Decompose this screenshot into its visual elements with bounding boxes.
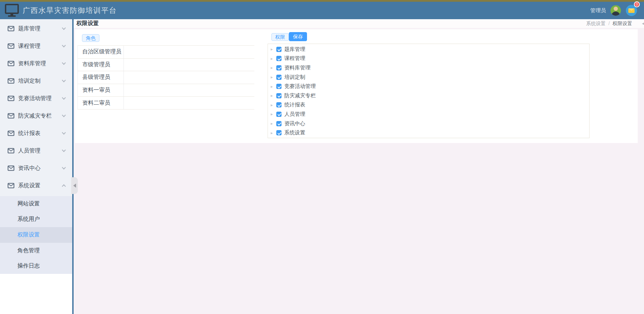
chevron-down-icon [62,165,66,169]
sidebar-item[interactable]: 统计报表 [0,125,72,142]
header-right: 管理员 0 [590,5,637,16]
sidebar-submenu: 网站设置 系统用户 权限设置 角色管理 操作日志 [0,196,72,274]
expand-caret-icon[interactable] [271,84,276,89]
mail-icon [8,183,14,188]
role-row[interactable]: 资料二审员 [78,97,254,110]
app-header: 广西水旱灾害防御培训平台 管理员 0 [0,2,644,19]
checkbox[interactable] [276,130,282,135]
sidebar-item[interactable]: 资料库管理 [0,55,72,72]
envelope-icon [628,8,635,13]
checkbox[interactable] [276,47,282,52]
expand-caret-icon[interactable] [271,75,276,80]
mail-icon [8,26,14,31]
save-button[interactable]: 保存 [289,32,307,41]
mail-icon [8,78,14,84]
tree-item: 资料库管理 [268,63,589,73]
checkbox[interactable] [276,65,282,70]
sidebar-subitem[interactable]: 权限设置 [0,227,72,243]
role-row-empty-cell [124,71,254,84]
permissions-tree: 题库管理 课程管理 资料库管理 培训定制 [268,44,590,138]
checkbox[interactable] [276,112,282,117]
expand-caret-icon[interactable] [271,103,276,107]
roles-button[interactable]: 角色 [82,34,99,42]
role-row[interactable]: 自治区级管理员 [78,46,254,59]
notification-badge: 0 [634,1,640,7]
sidebar-item[interactable]: 竞赛活动管理 [0,90,72,107]
avatar-head [614,7,618,11]
sidebar-item[interactable]: 系统设置 [0,177,72,194]
page-title: 权限设置 [76,20,99,27]
role-row-empty-cell [124,59,254,71]
mail-icon [8,43,14,49]
chevron-down-icon [62,78,66,82]
sidebar-item[interactable]: 防灾减灾专栏 [0,107,72,125]
sidebar-subitem[interactable]: 系统用户 [0,212,72,227]
edge-arrow-icon[interactable] [642,22,644,26]
chevron-down-icon [62,26,66,30]
chevron-down-icon [62,113,66,117]
mail-icon [8,148,14,154]
checkbox[interactable] [276,102,282,107]
expand-caret-icon[interactable] [271,65,276,70]
chevron-down-icon [62,148,66,152]
collapse-arrow-icon [73,184,76,188]
expand-caret-icon[interactable] [271,47,276,52]
tree-item: 人员管理 [268,110,589,119]
role-row-empty-cell [124,46,254,58]
breadcrumb-current: 权限设置 [613,21,632,27]
role-row[interactable]: 资料一审员 [78,84,254,97]
expand-caret-icon[interactable] [271,121,276,126]
sidebar-subitem[interactable]: 网站设置 [0,196,72,212]
expand-caret-icon[interactable] [271,56,276,61]
breadcrumb-section[interactable]: 系统设置 [586,21,606,27]
chevron-down-icon [62,130,66,134]
monitor-logo-icon [5,4,19,17]
main-content: 权限设置 系统设置 / 权限设置 角色 自治区级管理员 市级管理员 [74,19,644,314]
chevron-down-icon [62,96,66,99]
role-row-empty-cell [124,97,254,109]
chevron-down-icon [62,184,66,188]
sidebar-menu: 题库管理 课程管理 [0,19,72,196]
sidebar-item[interactable]: 题库管理 [0,20,72,37]
user-avatar[interactable] [611,5,621,16]
roles-table: 自治区级管理员 市级管理员 县级管理员 资料一审员 [77,45,254,110]
avatar-body [612,12,620,16]
expand-caret-icon[interactable] [271,93,276,98]
sidebar-collapse-handle[interactable] [71,177,78,194]
chevron-down-icon [62,61,66,65]
checkbox[interactable] [276,121,282,126]
permissions-button[interactable]: 权限 [271,33,289,41]
mail-icon [8,113,14,119]
sidebar-item[interactable]: 人员管理 [0,142,72,159]
tree-item: 统计报表 [268,100,589,110]
checkbox[interactable] [276,75,282,80]
expand-caret-icon[interactable] [271,112,276,117]
role-row-empty-cell [124,84,254,97]
tree-item: 竞赛活动管理 [268,82,589,91]
permission-settings-card: 角色 自治区级管理员 市级管理员 县级管理员 资料一审员 [75,29,638,143]
tree-item: 防灾减灾专栏 [268,91,589,100]
sidebar: 题库管理 课程管理 [0,19,72,314]
sidebar-item[interactable]: 课程管理 [0,37,72,55]
checkbox[interactable] [276,56,282,61]
role-row[interactable]: 县级管理员 [78,71,254,84]
sidebar-item[interactable]: 资讯中心 [0,159,72,177]
mail-icon [8,165,14,171]
sidebar-subitem[interactable]: 角色管理 [0,243,72,259]
tree-item: 培训定制 [268,73,589,82]
role-row[interactable]: 市级管理员 [78,59,254,72]
tree-item: 系统设置 [268,128,589,137]
sidebar-item[interactable]: 培训定制 [0,72,72,90]
app-title: 广西水旱灾害防御培训平台 [23,6,117,15]
user-name-label: 管理员 [590,7,606,14]
expand-caret-icon[interactable] [271,130,276,135]
sidebar-subitem[interactable]: 操作日志 [0,258,72,274]
message-button[interactable]: 0 [626,5,637,16]
tree-item: 题库管理 [268,45,589,54]
mail-icon [8,130,14,136]
breadcrumb: 系统设置 / 权限设置 [586,21,632,27]
checkbox[interactable] [276,93,282,98]
mail-icon [8,96,14,101]
tree-item: 课程管理 [268,54,589,63]
checkbox[interactable] [276,84,282,89]
